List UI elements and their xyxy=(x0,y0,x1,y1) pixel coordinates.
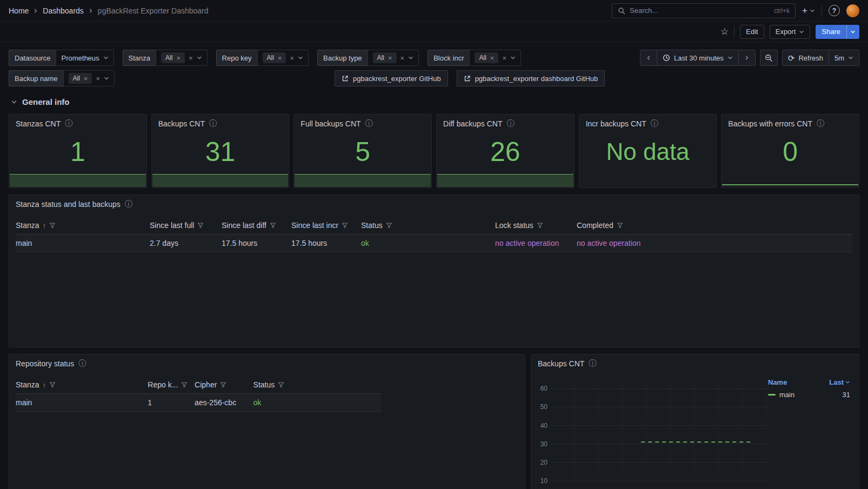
remove-tag-icon[interactable]: × xyxy=(388,55,392,62)
exporter-github-link[interactable]: pgbackrest_exporter GitHub xyxy=(335,70,448,86)
refresh-interval-value: 5m xyxy=(834,54,844,62)
chevron-down-icon xyxy=(104,76,109,81)
selected-tag[interactable]: All × xyxy=(475,52,498,63)
table-row[interactable]: main 1 aes-256-cbc ok xyxy=(16,394,381,412)
filter-icon[interactable] xyxy=(49,381,56,388)
datasource-picker[interactable]: Prometheus xyxy=(56,50,113,66)
column-header-since-last-incr[interactable]: Since last incr xyxy=(291,217,361,234)
cell-completed: no active operation xyxy=(577,235,852,252)
info-icon[interactable]: ⓘ xyxy=(78,359,86,369)
chevron-down-icon xyxy=(810,8,815,14)
info-icon[interactable]: ⓘ xyxy=(589,359,596,369)
info-icon[interactable]: ⓘ xyxy=(651,119,658,129)
sort-asc-icon: ↑ xyxy=(43,222,46,230)
info-icon[interactable]: ⓘ xyxy=(125,199,132,209)
cell-stanza: main xyxy=(16,235,150,252)
remove-tag-icon[interactable]: × xyxy=(176,55,181,62)
legend-sort-last[interactable]: Last xyxy=(829,378,850,386)
svg-text:60: 60 xyxy=(540,385,548,392)
time-range-picker[interactable]: Last 30 minutes xyxy=(657,50,739,66)
table-row[interactable]: main 2.7 days 17.5 hours 17.5 hours ok n… xyxy=(16,235,852,252)
filter-icon[interactable] xyxy=(181,381,188,388)
column-header-cipher[interactable]: Cipher xyxy=(195,376,253,393)
filter-icon[interactable] xyxy=(270,222,276,229)
filter-icon[interactable] xyxy=(617,222,623,229)
help-button[interactable]: ? xyxy=(829,5,840,16)
info-icon[interactable]: ⓘ xyxy=(506,119,514,129)
avatar[interactable] xyxy=(846,4,859,17)
zoom-out-button[interactable] xyxy=(760,50,778,66)
add-menu-button[interactable]: + xyxy=(802,6,815,15)
column-header-status[interactable]: Status xyxy=(361,217,495,234)
legend-header: Name Last xyxy=(768,378,850,386)
filter-repo-key: Repo key All × × xyxy=(216,50,309,66)
column-header-repo-key[interactable]: Repo k... xyxy=(148,376,195,393)
filter-icon[interactable] xyxy=(342,222,348,229)
refresh-button[interactable]: ⟳ Refresh xyxy=(782,50,829,66)
selected-tag[interactable]: All × xyxy=(161,52,185,63)
stat-panel-diff-backups-cnt: Diff backups CNT ⓘ 26 xyxy=(436,114,575,188)
clear-all-icon[interactable]: × xyxy=(290,55,294,62)
clear-all-icon[interactable]: × xyxy=(400,55,405,62)
cell-since-last-full: 2.7 days xyxy=(150,235,222,252)
stanza-picker[interactable]: All × × xyxy=(156,50,208,66)
refresh-interval-picker[interactable]: 5m xyxy=(829,50,859,66)
column-header-completed[interactable]: Completed xyxy=(577,217,852,234)
selected-tag[interactable]: All × xyxy=(263,52,286,63)
info-icon[interactable]: ⓘ xyxy=(365,119,373,129)
column-label: Since last full xyxy=(150,221,194,230)
repository-status-panel: Repository status ⓘ Stanza ↑ Repo k... C… xyxy=(9,354,525,489)
clear-all-icon[interactable]: × xyxy=(502,55,506,62)
edit-button[interactable]: Edit xyxy=(740,25,764,39)
zoom-out-icon xyxy=(765,54,773,62)
column-header-lock-status[interactable]: Lock status xyxy=(495,217,577,234)
section-general-info[interactable]: General info xyxy=(0,86,868,111)
clear-all-icon[interactable]: × xyxy=(96,75,100,82)
share-button[interactable]: Share xyxy=(816,25,846,39)
column-header-since-last-diff[interactable]: Since last diff xyxy=(222,217,291,234)
column-label: Status xyxy=(253,380,275,389)
column-label: Stanza xyxy=(16,221,39,230)
remove-tag-icon[interactable]: × xyxy=(278,55,282,62)
legend-sort-name[interactable]: Name xyxy=(768,378,787,386)
filter-icon[interactable] xyxy=(386,222,392,229)
column-header-since-last-full[interactable]: Since last full xyxy=(150,217,222,234)
filter-icon[interactable] xyxy=(537,222,543,229)
filter-icon[interactable] xyxy=(278,381,284,388)
filter-icon[interactable] xyxy=(49,222,56,229)
column-header-stanza[interactable]: Stanza ↑ xyxy=(16,376,148,393)
backup-name-picker[interactable]: All × × xyxy=(63,70,115,86)
time-shift-forward-button[interactable] xyxy=(739,50,756,66)
info-icon[interactable]: ⓘ xyxy=(209,119,217,129)
dashboard-github-link[interactable]: pgbackrest_exporter dashboard GitHub xyxy=(457,70,605,86)
repo-key-picker[interactable]: All × × xyxy=(257,50,309,66)
column-header-stanza[interactable]: Stanza ↑ xyxy=(16,217,150,234)
info-icon[interactable]: ⓘ xyxy=(65,119,72,129)
breadcrumb-home[interactable]: Home xyxy=(9,6,29,15)
backup-type-picker[interactable]: All × × xyxy=(368,50,419,66)
selected-tag[interactable]: All × xyxy=(373,52,397,63)
share-menu-button[interactable] xyxy=(846,25,859,39)
chart-legend: Name Last main 31 xyxy=(768,374,853,485)
star-button[interactable]: ☆ xyxy=(720,26,729,37)
remove-tag-icon[interactable]: × xyxy=(490,55,495,62)
panel-title: Repository status xyxy=(16,359,74,368)
block-incr-picker[interactable]: All × × xyxy=(469,50,521,66)
remove-tag-icon[interactable]: × xyxy=(84,75,88,82)
selected-tag[interactable]: All × xyxy=(69,73,92,84)
clear-all-icon[interactable]: × xyxy=(189,55,193,62)
legend-item[interactable]: main 31 xyxy=(768,391,850,399)
top-nav: Home Dashboards pgBackRest Exporter Dash… xyxy=(0,0,868,22)
exporter-github-link-label: pgbackrest_exporter GitHub xyxy=(353,75,441,83)
breadcrumb-dashboards[interactable]: Dashboards xyxy=(43,6,84,15)
svg-text:30: 30 xyxy=(540,440,548,448)
filter-icon[interactable] xyxy=(220,381,226,388)
filter-icon[interactable] xyxy=(197,222,204,229)
time-shift-back-button[interactable] xyxy=(640,50,657,66)
search-input[interactable]: Search... ctrl+k xyxy=(612,3,796,18)
column-header-status[interactable]: Status xyxy=(253,376,381,393)
info-icon[interactable]: ⓘ xyxy=(817,119,824,129)
cell-lock-status: no active operation xyxy=(495,235,577,252)
time-series-chart[interactable]: 605040302010 xyxy=(536,374,768,485)
export-button[interactable]: Export xyxy=(770,25,811,39)
